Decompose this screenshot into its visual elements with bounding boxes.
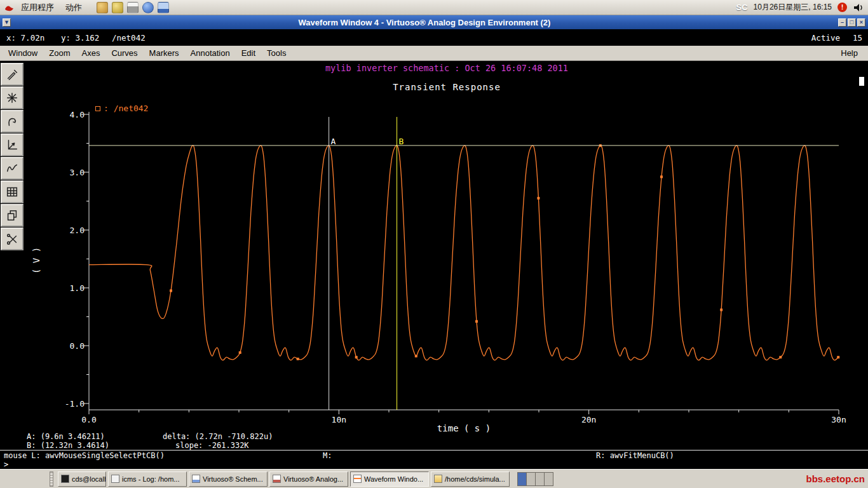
menu-axes[interactable]: Axes [76, 48, 105, 58]
applications-menu[interactable]: 应用程序 [17, 2, 58, 13]
menu-curves[interactable]: Curves [105, 48, 143, 58]
cursor-y-readout: y: 3.162 [61, 33, 99, 43]
watermark: bbs.eetop.cn [806, 473, 868, 484]
menu-annotation[interactable]: Annotation [185, 48, 236, 58]
system-tray: SC 10月26日星期三, 16:15 ! [736, 2, 864, 13]
menu-window[interactable]: Window [3, 48, 43, 58]
svg-text:4.0: 4.0 [70, 110, 85, 119]
trace-legend[interactable]: : /net042 [95, 104, 148, 113]
menu-tools[interactable]: Tools [261, 48, 292, 58]
launcher-office-icon[interactable] [112, 2, 123, 13]
speaker-icon[interactable] [853, 2, 864, 13]
menu-edit[interactable]: Edit [236, 48, 261, 58]
subwindow-indicator [859, 77, 864, 86]
menu-help[interactable]: Help [835, 48, 865, 58]
marker-readouts: A: (9.6n 3.46211) delta: (2.72n -710.822… [0, 431, 868, 450]
workspace-4[interactable] [545, 473, 553, 485]
workspace-2[interactable] [527, 473, 536, 485]
redhat-menu-icon[interactable] [4, 3, 14, 13]
mouse-bindings-bar: mouse L: awvMouseSingleSelectPtCB() M: R… [0, 450, 868, 460]
svg-text:30n: 30n [831, 415, 846, 424]
cursor-x-readout: x: 7.02n [6, 33, 44, 43]
desktop-top-panel: 应用程序 动作 SC 10月26日星期三, 16:15 ! [0, 0, 868, 15]
clock-applet[interactable]: 10月26日星期三, 16:15 [754, 2, 832, 13]
taskbar-button-file-manager[interactable]: /home/cds/simula... [431, 471, 510, 487]
trace-symbol-icon [95, 106, 100, 111]
prompt-symbol: > [4, 460, 8, 469]
window-title-bar[interactable]: ▼ Waveform Window 4 - Virtuoso® Analog D… [0, 15, 868, 29]
waveform-window-icon [353, 475, 362, 483]
quick-launchers [97, 2, 169, 13]
launcher-screen-icon[interactable] [158, 2, 169, 13]
active-count: 15 [853, 33, 862, 43]
mouse-middle-binding: M: [323, 451, 332, 460]
menu-bar: Window Zoom Axes Curves Markers Annotati… [0, 46, 868, 61]
menu-markers[interactable]: Markers [144, 48, 185, 58]
log-window-icon [111, 475, 119, 483]
workspace-3[interactable] [536, 473, 545, 485]
mouse-left-binding: mouse L: awvMouseSingleSelectPtCB() [4, 451, 165, 460]
coordinate-strip: x: 7.02n y: 3.162 /net042 Active 15 [0, 29, 868, 46]
taskbar-button-terminal[interactable]: cds@localhost:~.. [58, 471, 106, 487]
slope-readout: slope: -261.332K [175, 441, 249, 450]
maximize-button[interactable]: □ [848, 18, 856, 27]
update-alert-icon[interactable]: ! [837, 3, 847, 12]
svg-text:2.0: 2.0 [70, 226, 85, 235]
taskbar-button-waveform[interactable]: Waveform Windo... [350, 471, 429, 487]
plot-banner: mylib inverter schematic : Oct 26 16:07:… [57, 63, 836, 73]
close-button[interactable]: × [857, 18, 865, 27]
launcher-printer-icon[interactable] [127, 2, 139, 13]
marker-a-readout: A: (9.6n 3.46211) [27, 432, 105, 441]
command-prompt[interactable]: > [0, 460, 868, 469]
window-title: Waveform Window 4 - Virtuoso® Analog Des… [11, 18, 838, 27]
minimize-button[interactable]: – [838, 18, 846, 27]
workspace-switcher[interactable] [517, 472, 553, 486]
plot-canvas[interactable]: 4.03.02.01.00.0-1.00.010n20n30ntime ( s … [0, 61, 868, 433]
marker-b-readout: B: (12.32n 3.4614) [27, 441, 109, 450]
svg-text:20n: 20n [581, 415, 596, 424]
svg-text:3.0: 3.0 [70, 168, 85, 177]
menu-zoom[interactable]: Zoom [43, 48, 76, 58]
workspace-1[interactable] [518, 473, 527, 485]
taskbar-button-analog-env[interactable]: Virtuoso® Analog... [269, 471, 348, 487]
plot-title: Transient Response [57, 82, 836, 92]
active-label: Active [811, 33, 840, 43]
taskbar: cds@localhost:~.. icms - Log: /hom... Vi… [0, 469, 868, 488]
folder-icon [434, 475, 442, 483]
svg-text:0.0: 0.0 [81, 415, 96, 424]
delta-readout: delta: (2.72n -710.822u) [163, 432, 273, 441]
svg-text:-1.0: -1.0 [65, 399, 85, 409]
analog-env-window-icon [273, 475, 281, 483]
schematic-window-icon [192, 475, 200, 483]
actions-menu[interactable]: 动作 [61, 2, 86, 13]
trace-legend-label: : /net042 [104, 104, 148, 113]
selected-net-readout: /net042 [112, 33, 146, 43]
window-list-handle[interactable] [50, 471, 53, 487]
svg-text:0.0: 0.0 [70, 341, 85, 351]
svg-text:( V ): ( V ) [31, 247, 41, 274]
input-method-indicator[interactable]: SC [736, 3, 748, 12]
terminal-icon [61, 475, 69, 483]
launcher-paint-icon[interactable] [97, 2, 108, 13]
window-menu-button[interactable]: ▼ [3, 18, 11, 27]
launcher-browser-icon[interactable] [142, 2, 154, 13]
taskbar-button-schematic[interactable]: Virtuoso® Schem... [189, 471, 268, 487]
svg-text:A: A [331, 137, 336, 146]
taskbar-button-log[interactable]: icms - Log: /hom... [108, 471, 187, 487]
svg-text:B: B [399, 137, 404, 146]
svg-text:10n: 10n [332, 415, 346, 424]
svg-text:1.0: 1.0 [70, 283, 85, 293]
mouse-right-binding: R: awvFitMenuCB() [596, 451, 674, 460]
